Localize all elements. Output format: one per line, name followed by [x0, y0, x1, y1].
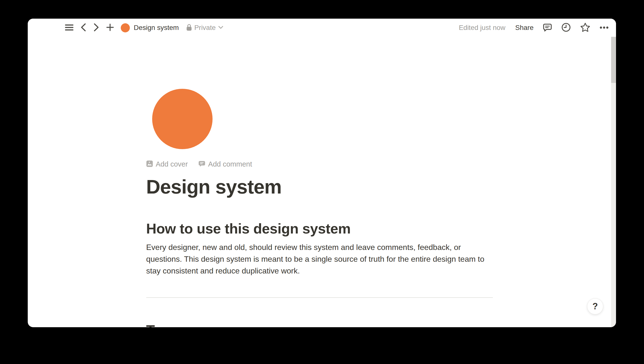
share-button[interactable]: Share [515, 24, 533, 32]
scrollbar-thumb[interactable] [611, 37, 616, 83]
privacy-label: Private [194, 24, 216, 32]
new-page-button[interactable] [106, 24, 114, 32]
breadcrumb-page-title: Design system [134, 24, 179, 32]
favorite-button[interactable] [580, 22, 590, 33]
comments-button[interactable] [543, 23, 552, 32]
chevron-down-icon [218, 26, 223, 30]
toolbar-right-group: Edited just now Share [459, 22, 609, 33]
app-window: Design system Private Edited just now Sh… [28, 19, 616, 327]
chevron-right-icon [93, 23, 99, 32]
star-icon [580, 22, 590, 33]
add-cover-label: Add cover [156, 160, 188, 168]
section-heading-type[interactable]: Type [146, 321, 493, 327]
updates-button[interactable] [561, 22, 571, 33]
image-icon [146, 160, 156, 168]
hamburger-icon [65, 24, 73, 32]
breadcrumb[interactable]: Design system [121, 23, 179, 32]
top-toolbar: Design system Private Edited just now Sh… [28, 19, 616, 37]
toolbar-left-group: Design system Private [65, 23, 223, 32]
more-options-button[interactable] [599, 26, 609, 30]
question-mark-icon: ? [592, 301, 598, 312]
scrollbar-track[interactable] [611, 37, 616, 327]
ellipsis-icon [599, 26, 609, 30]
page-body: Add cover Add comment Design system How … [28, 37, 611, 327]
add-comment-label: Add comment [208, 160, 252, 168]
nav-forward-button[interactable] [93, 23, 99, 32]
page-content: Add cover Add comment Design system How … [146, 89, 493, 327]
section-heading-how-to-use[interactable]: How to use this design system [146, 220, 493, 238]
nav-back-button[interactable] [80, 23, 86, 32]
page-icon-orange-circle[interactable] [152, 89, 213, 149]
sidebar-toggle-button[interactable] [65, 24, 73, 32]
privacy-dropdown[interactable]: Private [186, 24, 223, 32]
edited-status: Edited just now [459, 24, 505, 32]
page-title[interactable]: Design system [146, 175, 493, 199]
orange-circle-icon [121, 23, 130, 32]
lock-icon [186, 24, 192, 32]
help-button[interactable]: ? [587, 298, 603, 314]
divider [146, 297, 493, 298]
comment-bubble-icon [199, 160, 208, 168]
add-cover-button[interactable]: Add cover [146, 160, 188, 168]
comment-icon [543, 23, 552, 32]
plus-icon [106, 24, 114, 32]
add-comment-button[interactable]: Add comment [199, 160, 252, 168]
page-meta-actions: Add cover Add comment [146, 160, 493, 168]
chevron-left-icon [80, 23, 86, 32]
intro-paragraph[interactable]: Every designer, new and old, should revi… [146, 241, 493, 277]
clock-icon [561, 22, 571, 33]
